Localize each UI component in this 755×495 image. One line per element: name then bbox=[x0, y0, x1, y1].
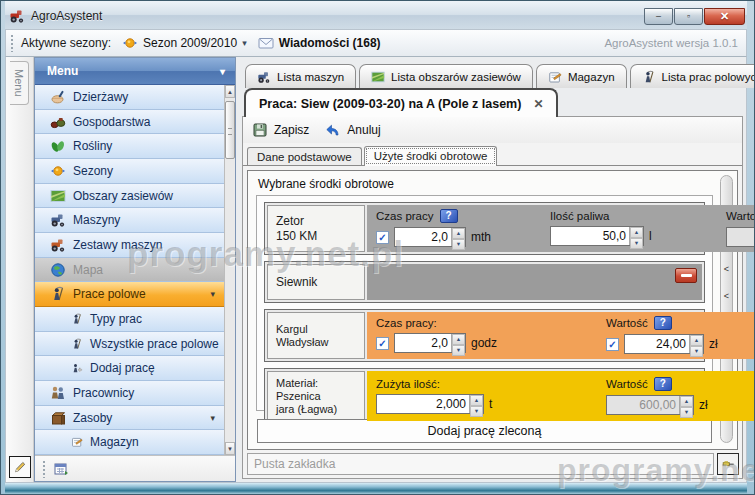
row-label-line: Zetor bbox=[276, 214, 356, 228]
scroll-up-icon[interactable]: ▲ bbox=[225, 85, 235, 98]
window-title: AgroAsystent bbox=[31, 9, 102, 23]
scroll-down-icon[interactable]: ▼ bbox=[225, 442, 235, 455]
document-panel: Zapisz Anuluj Dane podstawowe Użyte środ… bbox=[242, 117, 743, 479]
sidebar-item-gospodarstwa[interactable]: Gospodarstwa bbox=[35, 110, 224, 135]
sidebar-item-zestawy-maszyn[interactable]: Zestawy maszyn bbox=[35, 233, 224, 258]
unit-label: godz bbox=[471, 336, 497, 350]
field-worker-icon bbox=[71, 313, 83, 325]
maximize-button[interactable]: ▫ bbox=[674, 8, 703, 25]
resource-row-material: Materiał: Pszenica jara (Łagwa) Zużyta i… bbox=[264, 368, 705, 424]
sidebar-item-typy-prac[interactable]: Typy prac bbox=[35, 307, 224, 332]
scrollbar-thumb[interactable] bbox=[225, 101, 235, 159]
sidebar-item-label: Pracownicy bbox=[73, 386, 134, 400]
unit-label: zł bbox=[699, 398, 708, 412]
document-tab-strip: Praca: Siew (2009-03-20) na A (Pole z la… bbox=[242, 88, 743, 117]
document-tab-close-icon[interactable]: ✕ bbox=[533, 97, 543, 111]
close-button[interactable]: ✕ bbox=[704, 8, 745, 25]
chevron-down-icon: ▾ bbox=[242, 38, 247, 48]
sidebar-item-magazyn[interactable]: Magazyn bbox=[35, 430, 224, 455]
cancel-button[interactable]: Anuluj bbox=[325, 122, 380, 138]
content-panel: Wybrane środki obrotowe Zetor 150 KM bbox=[247, 170, 738, 450]
unit-label: mth bbox=[471, 230, 491, 244]
row-label-line: Materiał: bbox=[276, 377, 356, 389]
sidebar-item-dzierzawy[interactable]: Dzierżawy bbox=[35, 85, 224, 110]
version-label: AgroAsystent wersja 1.0.1 bbox=[604, 37, 738, 49]
left-strip: Menu bbox=[6, 57, 34, 482]
save-button[interactable]: Zapisz bbox=[252, 122, 309, 138]
sidebar-item-obszary-zasiewow[interactable]: Obszary zasiewów bbox=[35, 184, 224, 209]
sidebar-item-zasoby[interactable]: Zasoby ▾ bbox=[35, 406, 224, 431]
minimize-icon: – bbox=[656, 11, 661, 21]
spin-down-icon[interactable]: ▼ bbox=[690, 346, 703, 357]
season-icon bbox=[50, 163, 66, 179]
window-bottom-frame bbox=[5, 483, 747, 494]
remove-row-button[interactable] bbox=[675, 268, 697, 283]
title-bar: AgroAsystent – ▫ ✕ bbox=[5, 1, 747, 29]
resource-rows: Zetor 150 KM Czas pracy ? ✓ bbox=[256, 195, 713, 411]
value-input[interactable] bbox=[625, 335, 689, 353]
spin-down-icon[interactable]: ▼ bbox=[680, 407, 693, 418]
spin-down-icon[interactable]: ▼ bbox=[452, 239, 465, 250]
menu-vertical-tab[interactable]: Menu bbox=[10, 61, 29, 105]
checkbox-checked[interactable]: ✓ bbox=[606, 338, 619, 351]
season-dropdown[interactable]: Sezon 2009/2010 ▾ bbox=[118, 33, 251, 53]
tab-lista-maszyn[interactable]: Lista maszyn bbox=[245, 64, 356, 88]
messages-button[interactable]: Wiadomości (168) bbox=[258, 35, 381, 51]
sidebar-scrollbar[interactable]: ▲ ▼ bbox=[224, 85, 235, 455]
sidebar-item-prace-polowe[interactable]: Prace polowe ▾ bbox=[35, 282, 224, 307]
add-outsourced-work-button[interactable]: Dodaj pracę zleconą bbox=[257, 419, 712, 443]
fuel-amount-input[interactable] bbox=[551, 227, 629, 245]
sidebar-item-maszyny[interactable]: Maszyny bbox=[35, 208, 224, 233]
tab-magazyn[interactable]: Magazyn bbox=[536, 64, 627, 88]
work-time-input[interactable] bbox=[395, 228, 451, 246]
spin-up-icon[interactable]: ▲ bbox=[452, 334, 465, 345]
pin-button[interactable] bbox=[717, 453, 739, 475]
used-amount-input[interactable] bbox=[377, 395, 469, 413]
spin-down-icon[interactable]: ▼ bbox=[452, 345, 465, 356]
messages-label: Wiadomości (168) bbox=[279, 36, 381, 50]
sidebar-header[interactable]: Menu ▾ bbox=[35, 58, 235, 85]
checkbox-checked[interactable]: ✓ bbox=[376, 231, 389, 244]
workers-icon bbox=[50, 385, 66, 401]
lease-hand-icon bbox=[50, 89, 66, 105]
toolbar-grip[interactable] bbox=[42, 460, 46, 478]
spin-up-icon[interactable]: ▲ bbox=[690, 335, 703, 346]
field-icon bbox=[371, 70, 385, 84]
undo-arrow-icon bbox=[325, 122, 341, 138]
sidebar-item-label: Dodaj pracę bbox=[90, 361, 155, 375]
spin-up-icon[interactable]: ▲ bbox=[470, 395, 483, 406]
spin-up-icon[interactable]: ▲ bbox=[452, 228, 465, 239]
pen-button[interactable] bbox=[9, 456, 31, 478]
help-icon[interactable]: ? bbox=[654, 316, 672, 330]
sidebar-item-wszystkie-prace-polowe[interactable]: Wszystkie prace polowe bbox=[35, 332, 224, 357]
row-label-line: jara (Łagwa) bbox=[276, 403, 356, 415]
spin-up-icon[interactable]: ▲ bbox=[680, 396, 693, 407]
tab-lista-prac-polowych[interactable]: Lista prac polowych bbox=[630, 64, 755, 88]
tab-lista-obszarow-zasiewow[interactable]: Lista obszarów zasiewów bbox=[359, 64, 533, 88]
spin-down-icon[interactable]: ▼ bbox=[470, 406, 483, 417]
resource-row-zetor: Zetor 150 KM Czas pracy ? ✓ bbox=[264, 202, 705, 255]
group-title: Wybrane środki obrotowe bbox=[256, 175, 713, 195]
sidebar-item-sezony[interactable]: Sezony bbox=[35, 159, 224, 184]
help-icon[interactable]: ? bbox=[440, 209, 458, 223]
sidebar-item-dodaj-prace[interactable]: Dodaj pracę bbox=[35, 356, 224, 381]
spin-up-icon[interactable]: ▲ bbox=[630, 227, 643, 238]
sidebar-item-pracownicy[interactable]: Pracownicy bbox=[35, 381, 224, 406]
calendar-icon[interactable] bbox=[53, 461, 69, 477]
minimize-button[interactable]: – bbox=[644, 8, 673, 25]
subtab-dane-podstawowe[interactable]: Dane podstawowe bbox=[247, 147, 362, 165]
checkbox-checked[interactable]: ✓ bbox=[376, 337, 389, 350]
document-tab[interactable]: Praca: Siew (2009-03-20) na A (Pole z la… bbox=[244, 88, 558, 117]
toolbar-grip[interactable] bbox=[10, 34, 14, 52]
tractor-icon bbox=[50, 212, 66, 228]
sidebar-item-label: Gospodarstwa bbox=[73, 115, 150, 129]
work-time-input[interactable] bbox=[395, 334, 451, 352]
list-tab-strip: Lista maszyn Lista obszarów zasiewów Mag… bbox=[242, 64, 743, 88]
tab-label: Lista maszyn bbox=[277, 71, 344, 83]
spin-down-icon[interactable]: ▼ bbox=[630, 238, 643, 249]
help-icon[interactable]: ? bbox=[654, 377, 672, 391]
subtab-uzyte-srodki-obrotowe[interactable]: Użyte środki obrotowe bbox=[364, 146, 498, 166]
row-label-line: Władysław bbox=[276, 336, 356, 348]
maximize-icon: ▫ bbox=[687, 11, 690, 21]
sidebar-item-rosliny[interactable]: Rośliny bbox=[35, 134, 224, 159]
